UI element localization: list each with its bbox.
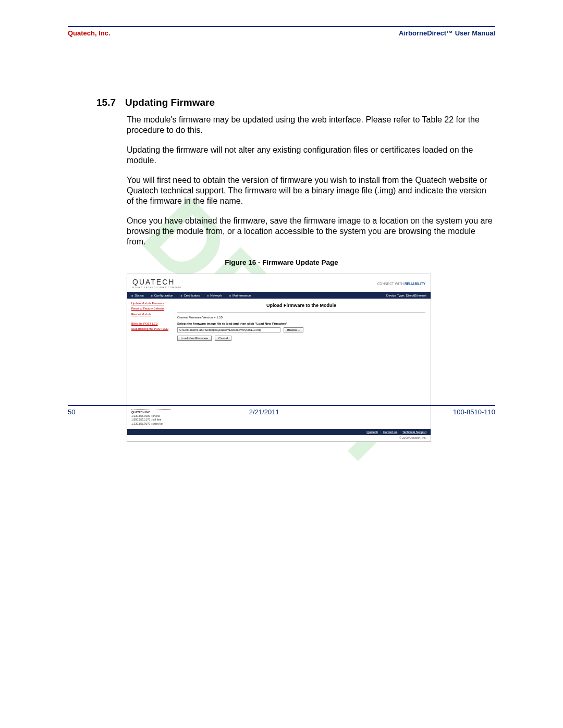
contact-line: 1.800.553.1170 : toll free — [131, 418, 171, 422]
cancel-button[interactable]: Cancel — [215, 336, 231, 341]
file-path-input[interactable] — [177, 327, 280, 332]
body-paragraph: Once you have obtained the firmware, sav… — [127, 216, 495, 247]
logo-text: QUATECH — [132, 278, 182, 286]
footer-link-contact[interactable]: Contact us — [383, 430, 398, 434]
figure-caption: Figure 16 - Firmware Update Page — [68, 258, 495, 266]
section-number: 15.7 — [96, 97, 116, 108]
body-paragraph: Updating the firmware will not alter any… — [127, 145, 495, 166]
firmware-version: Current Firmware Version = 1.10 — [177, 316, 425, 319]
nav-maintenance[interactable]: » Maintenance — [229, 293, 254, 297]
upload-instruction: Select the firmware image file to load a… — [177, 322, 425, 325]
section-title: Updating Firmware — [125, 97, 215, 108]
sidebar-stop-blink-led[interactable]: Stop Blinking the POST LED — [131, 327, 171, 331]
load-firmware-button[interactable]: Load New Firmware — [177, 336, 212, 341]
sidebar-restart-module[interactable]: Restart Module — [131, 313, 171, 316]
figure-footer-bar: Quatech | Contact us | Technical Support — [127, 429, 431, 435]
upload-title: Upload Firmware to the Module — [177, 303, 425, 308]
logo-subtext: A DPAC TECHNOLOGIES COMPANY — [132, 286, 182, 289]
section-heading: 15.7Updating Firmware — [96, 97, 495, 108]
sidebar-reset-defaults[interactable]: Reset to Factory Defaults — [131, 307, 171, 311]
footer-date: 2/21/2011 — [249, 408, 279, 416]
logo-block: QUATECH A DPAC TECHNOLOGIES COMPANY — [132, 278, 182, 289]
contact-line: 1.330.655.9070 : sales fax — [131, 422, 171, 426]
footer-link-quatech[interactable]: Quatech — [366, 430, 378, 434]
page-footer: 50 2/21/2011 100-8510-110 — [68, 406, 495, 416]
body-paragraph: You will first need to obtain the versio… — [127, 175, 495, 206]
browse-button[interactable]: Browse... — [284, 327, 303, 332]
figure-header: QUATECH A DPAC TECHNOLOGIES COMPANY CONN… — [127, 274, 431, 292]
tagline: CONNECT WITH RELIABILITY — [377, 282, 425, 286]
nav-status[interactable]: » Status — [131, 293, 147, 297]
sidebar-blink-led[interactable]: Blink the POST LED — [131, 322, 171, 326]
figure-copyright: © 2009 Quatech, Inc. — [127, 435, 431, 441]
footer-doc-number: 100-8510-110 — [453, 408, 495, 416]
nav-configuration[interactable]: » Configuration — [151, 293, 176, 297]
firmware-update-figure: QUATECH A DPAC TECHNOLOGIES COMPANY CONN… — [127, 274, 431, 442]
header-company: Quatech, Inc. — [68, 29, 111, 37]
body-paragraph: The module's firmware may be updated usi… — [127, 115, 495, 135]
header-title: AirborneDirect™ User Manual — [399, 29, 495, 37]
nav-bar: » Status » Configuration » Certificates … — [127, 292, 431, 299]
nav-device-type: Device Type: DirectEthernet — [386, 293, 426, 297]
nav-certificates[interactable]: » Certificates — [180, 293, 203, 297]
nav-left: » Status » Configuration » Certificates … — [131, 293, 257, 297]
footer-page-number: 50 — [68, 408, 75, 416]
sidebar-update-firmware[interactable]: Update Module Firmware — [131, 302, 171, 305]
footer-link-support[interactable]: Technical Support — [402, 430, 426, 434]
nav-network[interactable]: » Network — [207, 293, 225, 297]
page-header: Quatech, Inc. AirborneDirect™ User Manua… — [68, 27, 495, 37]
